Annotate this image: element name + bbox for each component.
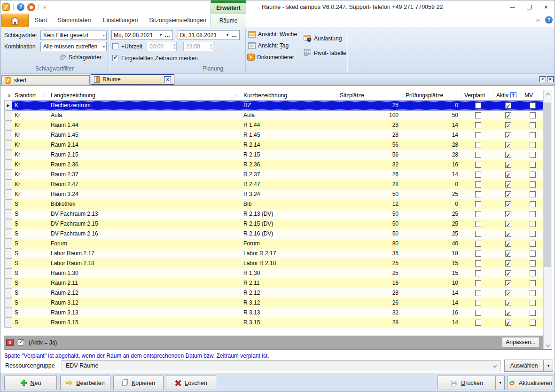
table-row[interactable]: Kr Raum 1.44 R 1.44 28 14: [4, 120, 552, 130]
mv-checkbox[interactable]: [530, 251, 536, 257]
verplant-checkbox[interactable]: [475, 231, 481, 237]
tab-stammdaten[interactable]: Stammdaten: [53, 14, 95, 27]
column-header-verplant[interactable]: Verplant: [462, 90, 494, 100]
aktiv-checkbox[interactable]: [505, 241, 511, 247]
table-row[interactable]: S Raum 2.12 R 2.12 28 14: [4, 288, 552, 298]
aktiv-checkbox[interactable]: [505, 201, 511, 207]
collapse-ribbon-icon[interactable]: [534, 16, 542, 24]
aktiv-checkbox[interactable]: [505, 172, 511, 178]
table-row[interactable]: S Labor Raum 2.17 Labor R 2.17 35 18: [4, 249, 552, 259]
row-selector[interactable]: [4, 140, 12, 150]
aktiv-checkbox[interactable]: [505, 152, 511, 158]
verplant-checkbox[interactable]: [475, 280, 481, 286]
mv-checkbox[interactable]: [530, 191, 536, 197]
mv-checkbox[interactable]: [530, 102, 536, 109]
row-selector[interactable]: [4, 209, 12, 219]
schlagwoerter-select[interactable]: Kein Filter gesetzt ▾: [40, 31, 107, 40]
table-row[interactable]: S Raum 3.12 R 3.12 26 14: [4, 298, 552, 308]
tab-list-dropdown-icon[interactable]: ▾: [539, 76, 546, 82]
aktiv-checkbox[interactable]: [505, 251, 511, 257]
mv-checkbox[interactable]: [530, 320, 536, 326]
help-icon[interactable]: ?: [17, 3, 24, 11]
table-row[interactable]: S Labor Raum 2.18 Labor R 2.18 25 15: [4, 259, 552, 268]
mv-checkbox[interactable]: [530, 172, 536, 178]
verplant-checkbox[interactable]: [475, 112, 481, 118]
aktiv-checkbox[interactable]: [505, 211, 511, 217]
aktiv-checkbox[interactable]: [505, 280, 511, 286]
mv-checkbox[interactable]: [530, 112, 536, 118]
row-selector[interactable]: [4, 199, 12, 209]
aktiv-checkbox[interactable]: [505, 162, 511, 168]
table-row[interactable]: S Raum 2.11 R 2.11 16 10: [4, 278, 552, 288]
spinner-icon[interactable]: ▴▾: [210, 43, 212, 50]
mv-checkbox[interactable]: [530, 211, 536, 217]
row-selector[interactable]: ▶: [4, 101, 12, 110]
table-row[interactable]: S Raum 3.15 R 3.15 28 14: [4, 318, 552, 328]
tab-close-icon[interactable]: ×: [164, 76, 171, 83]
row-selector[interactable]: [4, 239, 12, 249]
row-selector[interactable]: [4, 229, 12, 239]
aktiv-checkbox[interactable]: [505, 320, 511, 326]
mv-checkbox[interactable]: [530, 310, 536, 316]
verplant-checkbox[interactable]: [475, 251, 481, 257]
verplant-checkbox[interactable]: [475, 102, 481, 109]
row-selector[interactable]: [4, 308, 12, 318]
verplant-checkbox[interactable]: [475, 181, 481, 188]
time-to-field[interactable]: 23:59 ▴▾: [183, 42, 213, 51]
schlagwoerter-button[interactable]: Schlagwörter: [60, 54, 102, 61]
verplant-checkbox[interactable]: [475, 290, 481, 296]
table-row[interactable]: ▶ K Rechenzentrum RZ 25 0: [4, 101, 552, 110]
mv-checkbox[interactable]: [530, 270, 536, 276]
table-row[interactable]: Kr Raum 2.14 R 2.14 56 28: [4, 140, 552, 150]
row-selector[interactable]: [4, 130, 12, 140]
ansicht-woche-button[interactable]: Ansicht: Woche: [248, 31, 297, 38]
verplant-checkbox[interactable]: [475, 162, 481, 168]
row-selector[interactable]: [4, 160, 12, 170]
verplant-checkbox[interactable]: [475, 152, 481, 158]
scroll-down-icon[interactable]: [544, 341, 552, 349]
scroll-up-icon[interactable]: [544, 90, 552, 98]
row-selector[interactable]: [4, 189, 12, 199]
aktiv-checkbox[interactable]: [505, 132, 511, 138]
column-header-standort[interactable]: Standort △: [12, 90, 48, 100]
toolbar-menu-icon[interactable]: ▾: [42, 6, 47, 9]
aktiv-checkbox[interactable]: [505, 191, 511, 197]
verplant-checkbox[interactable]: [475, 172, 481, 178]
ansicht-tag-button[interactable]: Ansicht: Tag: [248, 42, 289, 49]
tab-raeume-active[interactable]: Räume: [211, 14, 246, 27]
tab-einstellungen[interactable]: Einstellungen: [95, 14, 145, 27]
mv-checkbox[interactable]: [530, 260, 536, 267]
scrollbar-thumb[interactable]: [544, 102, 551, 267]
verplant-checkbox[interactable]: [475, 221, 481, 227]
mv-checkbox[interactable]: [530, 152, 536, 158]
aktiv-checkbox[interactable]: [505, 122, 511, 128]
auswaehlen-button[interactable]: Auswählen: [504, 360, 544, 372]
uhrzeit-checkbox[interactable]: [112, 43, 118, 49]
kombination-select[interactable]: Alle müssen zutreffen ▾: [40, 42, 107, 51]
auslastung-button[interactable]: Auslastung: [304, 35, 342, 42]
tab-start[interactable]: Start: [29, 14, 53, 27]
row-selector[interactable]: [4, 268, 12, 278]
time-from-field[interactable]: 00:00 ▴▾: [147, 42, 177, 51]
table-row[interactable]: Kr Aula Aula 100 50: [4, 110, 552, 120]
row-selector[interactable]: [4, 259, 12, 268]
mv-checkbox[interactable]: [530, 241, 536, 247]
spinner-icon[interactable]: ▴▾: [173, 43, 175, 50]
zeitraum-merken-checkbox[interactable]: [112, 55, 118, 61]
date-to-more-icon[interactable]: …: [231, 32, 237, 39]
loeschen-button[interactable]: Löschen: [166, 376, 216, 390]
verplant-checkbox[interactable]: [475, 270, 481, 276]
aktiv-checkbox[interactable]: [505, 142, 511, 148]
mv-checkbox[interactable]: [530, 181, 536, 188]
date-to-picker[interactable]: Di, 31.08.2021 ▾ …: [178, 30, 240, 40]
verplant-checkbox[interactable]: [475, 122, 481, 128]
table-row[interactable]: Kr Raum 2.36 R 2.36 32 16: [4, 160, 552, 170]
verplant-checkbox[interactable]: [475, 241, 481, 247]
table-row[interactable]: S Bibliothek Bib 12 0: [4, 199, 552, 209]
row-selector[interactable]: [4, 180, 12, 189]
column-header-aktiv[interactable]: Aktiv: [494, 90, 522, 100]
aktiv-checkbox[interactable]: [505, 300, 511, 306]
verplant-checkbox[interactable]: [475, 211, 481, 217]
row-selector[interactable]: [4, 278, 12, 288]
aktiv-checkbox[interactable]: [505, 290, 511, 296]
